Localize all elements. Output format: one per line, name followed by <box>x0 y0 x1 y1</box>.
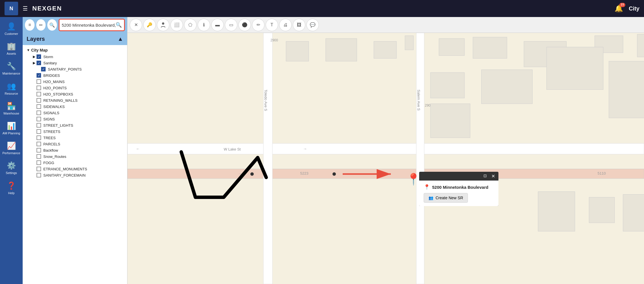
app-logo: N <box>5 2 18 15</box>
layer-item-street-lights[interactable]: ▶ STREET_LIGHTS <box>23 122 127 128</box>
layer-item-retaining-walls[interactable]: ▶ RETAINING_WALLS <box>23 97 127 103</box>
print-tool-button[interactable]: 🖨 <box>279 19 292 31</box>
hamburger-menu[interactable]: ☰ <box>23 5 28 12</box>
notification-bell[interactable]: 🔔 77 <box>615 5 623 12</box>
map-background: ← → → Toledo Ave S Salem Ave S 2900 2900 <box>127 33 644 284</box>
layer-item-streets[interactable]: ▶ STREETS <box>23 128 127 135</box>
sidebar-item-customer[interactable]: 👤 Customer <box>0 19 22 39</box>
sanitary-checkbox[interactable] <box>37 61 41 65</box>
layers-list: ▼ City Map ▶ Storm ▶ Sanitary ▶ SANITARY… <box>23 45 127 284</box>
popup-close-button[interactable]: ✕ <box>490 173 497 179</box>
layer-item-parcels[interactable]: ▶ PARCELS <box>23 141 127 147</box>
popup-address-text: 5200 Minnetonka Boulevard <box>432 185 488 190</box>
h2o-mains-checkbox[interactable] <box>37 79 41 84</box>
street-lights-checkbox[interactable] <box>37 123 41 128</box>
svg-rect-28 <box>547 47 603 90</box>
search-tool-button[interactable]: 🔍 <box>47 19 57 31</box>
trees-checkbox[interactable] <box>37 135 41 140</box>
sidebar-item-assets[interactable]: 🏢 Assets <box>0 39 22 58</box>
text-tool-button[interactable]: T <box>266 19 278 31</box>
sidebar-item-maintenance[interactable]: 🔧 Maintenance <box>0 59 22 78</box>
layers-collapse-icon[interactable]: ▲ <box>118 36 123 42</box>
layer-item-h2o-stopboxs[interactable]: ▶ H2O_STOPBOXS <box>23 91 127 97</box>
key-tool-button[interactable]: 🔑 <box>143 19 156 31</box>
layer-item-backflow[interactable]: ▶ Backflow <box>23 147 127 153</box>
h2o-stopboxs-checkbox[interactable] <box>37 92 41 96</box>
layer-item-snow-routes[interactable]: ▶ Snow_Routes <box>23 153 127 160</box>
sanitary-forcemain-checkbox[interactable] <box>37 173 41 177</box>
h2o-points-checkbox[interactable] <box>37 86 41 90</box>
svg-point-36 <box>250 172 254 176</box>
layer-item-h2o-mains[interactable]: ▶ H2O_MAINS <box>23 79 127 85</box>
layer-item-trees[interactable]: ▶ TREES <box>23 135 127 141</box>
layer-item-fogg[interactable]: ▶ FOGG <box>23 160 127 166</box>
sanitary-forcemain-label: SANITARY_FORCEMAIN <box>43 173 86 177</box>
sidebar-item-help[interactable]: ❓ Help <box>0 179 22 198</box>
close-tool-button[interactable]: ✕ <box>130 19 142 31</box>
chat-tool-button[interactable]: 💬 <box>306 19 319 31</box>
layer-item-sidewalks[interactable]: ▶ SIDEWALKS <box>23 103 127 110</box>
svg-rect-21 <box>473 37 507 58</box>
h2o-mains-label: H2O_MAINS <box>43 80 65 84</box>
retaining-walls-checkbox[interactable] <box>37 98 41 103</box>
layer-item-h2o-points[interactable]: ▶ H2O_POINTS <box>23 85 127 91</box>
sanitary-points-checkbox[interactable] <box>41 67 46 71</box>
fogg-label: FOGG <box>43 161 54 165</box>
image-tool-button[interactable]: 🖼 <box>293 19 305 31</box>
streets-checkbox[interactable] <box>37 129 41 134</box>
layer-item-etrance-monuments[interactable]: ▶ ETRANCE_MONUMENTS <box>23 166 127 172</box>
parcels-checkbox[interactable] <box>37 142 41 146</box>
address-search-input[interactable] <box>62 23 116 27</box>
square-tool-button[interactable]: ⬜ <box>170 19 183 31</box>
pencil-tool-button[interactable]: ✏ <box>252 19 265 31</box>
app-title: NEXGEN <box>32 5 62 12</box>
svg-rect-32 <box>589 197 615 223</box>
expand-arrow-icon: ▼ <box>27 48 30 52</box>
edit-tool-button[interactable]: ✏ <box>36 19 46 31</box>
layer-item-bridges[interactable]: ▶ BRIDGES <box>23 72 127 79</box>
signals-checkbox[interactable] <box>37 111 41 115</box>
streets-label: STREETS <box>43 130 60 134</box>
sidebar-item-warehouse[interactable]: 🏪 Warehouse <box>0 99 22 118</box>
layer-item-storm[interactable]: ▶ Storm <box>23 54 127 60</box>
person-tool-button[interactable] <box>157 19 169 31</box>
info-tool-button[interactable]: ℹ <box>198 19 210 31</box>
signs-checkbox[interactable] <box>37 117 41 121</box>
svg-rect-8 <box>416 33 424 284</box>
popup-resize-button[interactable]: ⊡ <box>482 173 489 179</box>
storm-checkbox[interactable] <box>37 54 41 59</box>
pentagon-tool-button[interactable]: ⬠ <box>184 19 197 31</box>
layer-item-sanitary-points[interactable]: ▶ SANITARY_POINTS <box>23 66 127 72</box>
layers-header: Layers ▲ <box>23 33 127 45</box>
svg-text:W Lake St: W Lake St <box>224 147 241 151</box>
address-search-button[interactable]: 🔍 <box>116 22 122 28</box>
sidewalks-checkbox[interactable] <box>37 104 41 109</box>
fogg-checkbox[interactable] <box>37 160 41 165</box>
main-content: 👤 Customer 🏢 Assets 🔧 Maintenance 👥 Reso… <box>0 17 644 284</box>
map-area[interactable]: ✕ 🔑 ⬜ ⬠ ℹ ▬ ▭ ⚫ ✏ T 🖨 🖼 💬 <box>127 17 644 284</box>
city-map-group[interactable]: ▼ City Map <box>23 47 127 54</box>
bridges-checkbox[interactable] <box>37 73 41 78</box>
svg-rect-19 <box>405 36 413 50</box>
sidebar-item-settings[interactable]: ⚙️ Settings <box>0 158 22 178</box>
backflow-checkbox[interactable] <box>37 148 41 152</box>
circle-tool-button[interactable]: ⚫ <box>238 19 251 31</box>
sidebar-item-resource[interactable]: 👥 Resource <box>0 79 22 98</box>
address-search-bar[interactable]: 🔍 <box>59 19 125 31</box>
map-svg-overlay: ← → → Toledo Ave S Salem Ave S 2900 2900 <box>127 33 644 284</box>
layer-item-signals[interactable]: ▶ SIGNALS <box>23 110 127 116</box>
layer-item-sanitary[interactable]: ▶ Sanitary <box>23 60 127 66</box>
sidebar-item-am-planning[interactable]: 📊 AM Planning <box>0 119 22 138</box>
svg-rect-22 <box>524 41 566 67</box>
minus-rect-tool-button[interactable]: ▬ <box>211 19 224 31</box>
sidebar-item-performance[interactable]: 📈 Performance <box>0 139 22 158</box>
layers-tool-button[interactable]: ≡ <box>25 19 35 31</box>
layer-item-sanitary-forcemain[interactable]: ▶ SANITARY_FORCEMAIN <box>23 172 127 178</box>
storm-label: Storm <box>43 55 53 59</box>
etrance-monuments-checkbox[interactable] <box>37 167 41 171</box>
layer-item-signs[interactable]: ▶ SIGNS <box>23 116 127 122</box>
snow-routes-checkbox[interactable] <box>37 154 41 159</box>
rect-tool-button[interactable]: ▭ <box>225 19 237 31</box>
create-sr-button[interactable]: 👥 Create New SR <box>424 193 468 203</box>
svg-point-37 <box>332 172 336 176</box>
